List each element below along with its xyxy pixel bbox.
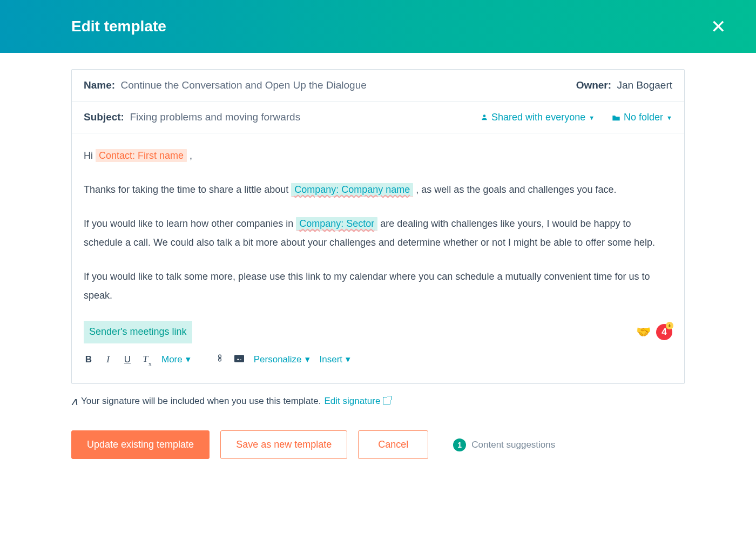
- separator: [202, 354, 203, 364]
- italic-button[interactable]: I: [103, 350, 113, 368]
- folder-icon: [612, 114, 620, 122]
- cancel-button[interactable]: Cancel: [358, 430, 428, 459]
- meta-row-name: Name: Continue the Conversation and Open…: [72, 70, 684, 102]
- token-contact-firstname[interactable]: Contact: First name: [96, 149, 187, 162]
- text: ,: [190, 150, 192, 161]
- template-subject[interactable]: Subject: Fixing problems and moving forw…: [84, 111, 300, 123]
- clear-formatting-button[interactable]: Tx: [142, 350, 152, 368]
- chevron-down-icon: ▾: [346, 350, 350, 368]
- suggestions-count: 1: [453, 438, 466, 451]
- editor-body[interactable]: Hi Contact: First name , Thanks for taki…: [72, 133, 684, 383]
- text: , as well as the goals and challenges yo…: [416, 184, 616, 195]
- shared-label: Shared with everyone: [491, 112, 585, 123]
- image-button[interactable]: [234, 350, 244, 368]
- notification-badge[interactable]: 4: [656, 324, 672, 340]
- suggestions-label: Content suggestions: [471, 440, 555, 450]
- footer-actions: Update existing template Save as new tem…: [71, 430, 685, 459]
- name-label: Name:: [84, 79, 115, 91]
- chevron-down-icon: ▾: [186, 350, 191, 368]
- more-label: More: [161, 350, 183, 368]
- editor-toolbar: B I U Tx More ▾ Personalize ▾: [84, 350, 672, 376]
- link-button[interactable]: [215, 350, 225, 368]
- folder-dropdown[interactable]: No folder ▼: [612, 112, 672, 123]
- chevron-down-icon: ▾: [305, 350, 310, 368]
- more-dropdown[interactable]: More ▾: [161, 350, 191, 368]
- bold-button[interactable]: B: [84, 350, 93, 368]
- modal-title: Edit template: [71, 18, 166, 35]
- owner-value: Jan Bogaert: [617, 79, 672, 91]
- paragraph-1: Thanks for taking the time to share a li…: [84, 180, 672, 199]
- paragraph-3: If you would like to talk some more, ple…: [84, 267, 672, 305]
- editor-panel: Name: Continue the Conversation and Open…: [71, 69, 685, 384]
- subject-label: Subject:: [84, 111, 124, 123]
- image-icon: [234, 355, 244, 362]
- close-icon[interactable]: ✕: [711, 17, 726, 36]
- owner-label: Owner:: [576, 79, 611, 91]
- save-as-new-button[interactable]: Save as new template: [220, 430, 347, 459]
- svg-point-0: [483, 114, 486, 117]
- content-suggestions[interactable]: 1 Content suggestions: [453, 438, 555, 451]
- chevron-down-icon: ▼: [589, 114, 595, 121]
- greeting-line: Hi Contact: First name ,: [84, 146, 672, 165]
- token-company-name[interactable]: Company: Company name: [291, 183, 413, 197]
- update-template-button[interactable]: Update existing template: [71, 430, 210, 459]
- person-icon: [481, 113, 488, 121]
- link-icon: [216, 354, 224, 362]
- template-name[interactable]: Name: Continue the Conversation and Open…: [84, 79, 367, 91]
- insert-label: Insert: [320, 350, 343, 368]
- paragraph-2: If you would like to learn how other com…: [84, 214, 672, 252]
- handshake-icon[interactable]: 🤝: [636, 321, 651, 344]
- underline-button[interactable]: U: [123, 350, 132, 368]
- name-value: Continue the Conversation and Open Up th…: [121, 79, 367, 91]
- external-link-icon: [383, 397, 390, 404]
- edit-signature-label: Edit signature: [324, 396, 380, 406]
- token-company-sector[interactable]: Company: Sector: [296, 217, 377, 231]
- personalize-dropdown[interactable]: Personalize ▾: [254, 350, 310, 368]
- modal-content: Name: Continue the Conversation and Open…: [0, 53, 756, 459]
- shared-with-dropdown[interactable]: Shared with everyone ▼: [481, 112, 595, 123]
- edit-signature-link[interactable]: Edit signature: [324, 396, 390, 407]
- token-meetings-link[interactable]: Sender's meetings link: [84, 321, 192, 343]
- subject-value: Fixing problems and moving forwards: [130, 111, 300, 123]
- template-owner: Owner: Jan Bogaert: [576, 79, 672, 91]
- chevron-down-icon: ▼: [666, 114, 672, 121]
- personalize-label: Personalize: [254, 350, 302, 368]
- text: Thanks for taking the time to share a li…: [84, 184, 291, 195]
- text: If you would like to learn how other com…: [84, 218, 296, 229]
- folder-label: No folder: [624, 112, 663, 123]
- meta-row-subject: Subject: Fixing problems and moving forw…: [72, 102, 684, 133]
- signature-text: Your signature will be included when you…: [81, 396, 321, 407]
- modal-header: Edit template ✕: [0, 0, 756, 53]
- signature-icon: ᴧ: [71, 395, 78, 408]
- signature-note: ᴧ Your signature will be included when y…: [71, 395, 685, 408]
- insert-dropdown[interactable]: Insert ▾: [320, 350, 351, 368]
- text: Hi: [84, 150, 96, 161]
